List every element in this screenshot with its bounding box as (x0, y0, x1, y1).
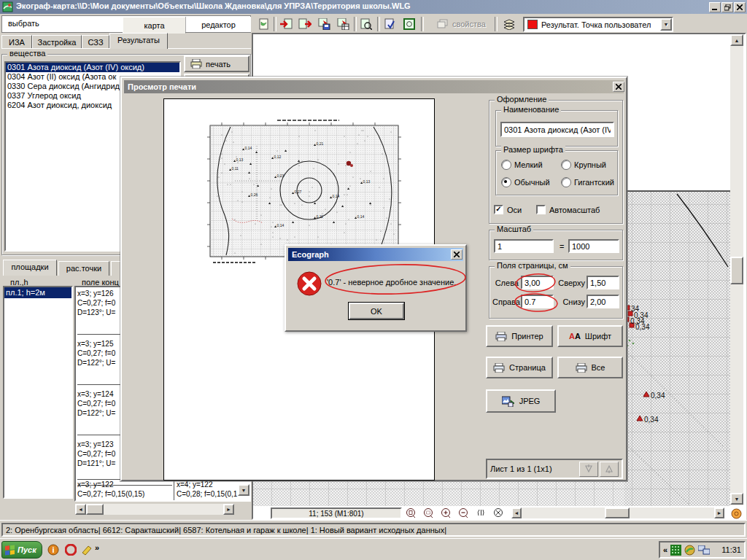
tab-zastroika[interactable]: Застройка (32, 35, 82, 49)
jpeg-button[interactable]: JPEG (486, 389, 556, 413)
minimize-button[interactable] (709, 2, 721, 12)
scale-b-input[interactable] (568, 239, 619, 253)
start-button[interactable]: Пуск (1, 541, 42, 559)
tab-szz[interactable]: СЗЗ (82, 35, 109, 49)
tray-grid-icon[interactable] (670, 545, 681, 556)
left-margin-label: Слева (492, 279, 519, 287)
menu-select[interactable]: выбрать (8, 19, 39, 28)
import-map-icon[interactable] (279, 17, 294, 31)
toolbar-separator (377, 17, 380, 31)
tab-editor[interactable]: редактор (185, 17, 251, 32)
quicklaunch-more-icon[interactable]: » (95, 543, 99, 552)
right-margin-input[interactable] (521, 295, 554, 308)
checkbox-icon (536, 205, 546, 214)
frame-icon[interactable] (402, 17, 417, 31)
print-button[interactable]: печать (184, 55, 249, 72)
properties-button[interactable]: свойства (433, 17, 490, 31)
tray-chevron-icon[interactable]: « (663, 545, 667, 554)
bottom-margin-input[interactable] (587, 295, 619, 308)
scroll-left-icon[interactable] (75, 504, 86, 515)
error-titlebar[interactable]: Ecograph (288, 248, 463, 261)
right-margin-label: Справа (492, 298, 519, 306)
desktop: Экограф-карта:\\D:\Мои документы\Объекты… (0, 0, 747, 560)
margins-group: Поля страницы, см Слева Сверху Справа Сн… (489, 266, 623, 319)
tray-network-icon[interactable] (698, 545, 710, 555)
export-map-icon[interactable] (298, 17, 312, 31)
map-hscrollbar[interactable] (522, 508, 714, 518)
scale-a-input[interactable] (494, 239, 554, 253)
preview-titlebar[interactable]: Просмотр печати (124, 80, 624, 93)
windows-logo-icon (5, 545, 15, 555)
error-close-button[interactable] (451, 249, 462, 260)
all-pages-button[interactable]: Все (557, 357, 623, 378)
autoscale-checkbox[interactable]: Автомасштаб (536, 205, 600, 214)
conc-cell[interactable]: x=4; y=122C=0,28; f=0,15(0,1 (174, 479, 239, 502)
tray-clock[interactable]: 11:31 (721, 545, 741, 554)
tab-calc-points[interactable]: рас.точки (58, 261, 109, 276)
bottom-margin-label: Снизу (557, 298, 585, 306)
svg-text:0,27: 0,27 (295, 190, 302, 194)
axes-checkbox[interactable]: Оси (494, 205, 522, 214)
name-input[interactable] (500, 122, 614, 137)
scroll-thumb[interactable] (86, 504, 104, 515)
list-item[interactable]: 0301 Азота диоксид (Азот (IV) оксид) (6, 63, 179, 72)
prev-sheet-button[interactable] (579, 462, 598, 477)
map-vscrollbar[interactable] (730, 34, 743, 505)
new-map-icon[interactable] (257, 17, 271, 31)
check-map-icon[interactable] (383, 17, 398, 31)
page-button[interactable]: Страница (486, 357, 553, 378)
next-sheet-button[interactable] (600, 462, 619, 477)
radio-giant[interactable]: Гигантский (561, 177, 614, 187)
printer-button[interactable]: Принтер (486, 325, 553, 347)
ok-button[interactable]: OK (349, 303, 404, 319)
printer-icon (495, 332, 507, 341)
map-coordinates: 11; 153 (М1:801) (271, 508, 402, 519)
combo-dropdown-icon[interactable] (660, 18, 672, 31)
scroll-down-icon[interactable] (730, 493, 743, 505)
tab-iza[interactable]: ИЗА (1, 35, 32, 49)
conc-cell[interactable]: x=3; y=122C=0,27; f=0,15(0,15) (77, 479, 172, 502)
arrow-down-icon (584, 464, 594, 474)
left-margin-input[interactable] (521, 276, 554, 289)
tray-globe-icon[interactable] (684, 545, 695, 556)
minimize-icon (712, 4, 718, 10)
radio-normal[interactable]: Обычный (501, 177, 550, 187)
plh-item[interactable]: пл.1; h=2м (4, 287, 71, 298)
plh-listbox[interactable]: пл.1; h=2м (3, 286, 73, 499)
restore-button[interactable] (721, 2, 733, 12)
statusbar: 2: Оренбургская область| 6612: Саракташс… (0, 520, 747, 539)
tab-areas[interactable]: площадки (3, 260, 57, 276)
image-icon (502, 396, 515, 407)
save-map-icon[interactable] (317, 17, 331, 31)
compass-button[interactable] (730, 508, 743, 519)
scroll-thumb[interactable] (730, 257, 743, 284)
layers-icon[interactable] (501, 17, 519, 31)
map-zoom-tools[interactable] (405, 508, 514, 519)
layer-combobox[interactable]: Результат. Точка пользовател (523, 17, 673, 32)
quicklaunch-info-icon[interactable]: i (47, 543, 60, 556)
map-scroll-left-icon[interactable] (511, 508, 522, 518)
scroll-up-icon[interactable] (730, 34, 743, 46)
radio-large[interactable]: Крупный (561, 160, 606, 170)
scroll-right-icon[interactable] (223, 504, 234, 515)
close-button[interactable] (734, 2, 746, 12)
top-margin-input[interactable] (587, 276, 619, 289)
tab-results[interactable]: Результаты (109, 33, 168, 49)
conc-dropdown-icon[interactable] (238, 484, 249, 496)
font-button[interactable]: AA Шрифт (557, 325, 623, 347)
save-table-icon[interactable] (336, 17, 350, 31)
quicklaunch-opera-icon[interactable] (64, 543, 77, 556)
tab-map[interactable]: карта (123, 17, 186, 34)
print-preview-icon[interactable] (359, 17, 374, 31)
scroll-thumb[interactable] (605, 508, 630, 518)
svg-text:i: i (52, 545, 54, 554)
preview-close-button[interactable] (613, 82, 624, 92)
arrow-up-icon (604, 464, 614, 474)
map-scroll-right-icon[interactable] (714, 508, 724, 518)
sheet-status-bar: Лист 1 из 1 (1x1) (486, 459, 623, 479)
radio-small[interactable]: Мелкий (501, 160, 543, 170)
quicklaunch-brush-icon[interactable] (80, 543, 93, 556)
conc-hscrollbar[interactable] (75, 504, 234, 515)
main-titlebar[interactable]: Экограф-карта:\\D:\Мои документы\Объекты… (0, 0, 747, 14)
error-dialog: Ecograph '0.7' - неверное дробное значен… (285, 244, 467, 332)
